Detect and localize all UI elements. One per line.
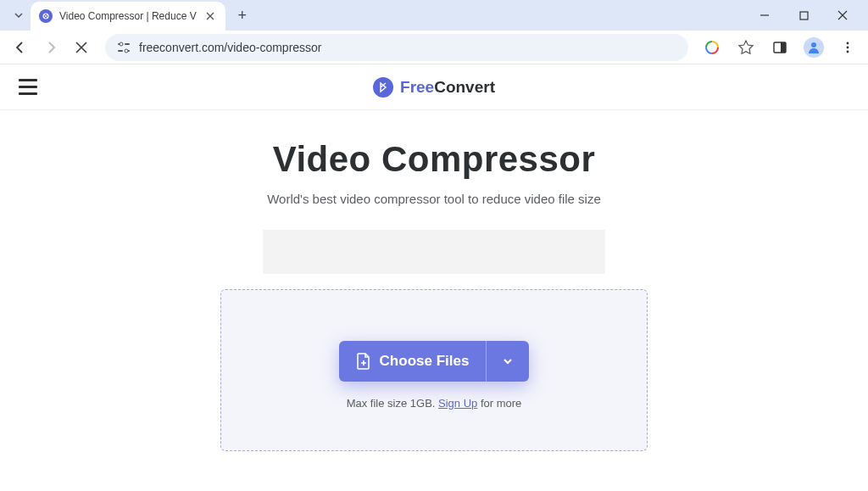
tab-title: Video Compressor | Reduce V [59,10,197,22]
star-icon [738,40,754,55]
close-icon [206,12,214,20]
arrow-left-icon [13,40,28,55]
tab-search-dropdown[interactable] [7,3,31,27]
minimize-button[interactable] [753,3,776,27]
hamburger-line [19,92,37,95]
choose-files-dropdown[interactable] [486,341,529,382]
back-button[interactable] [7,34,34,61]
browser-toolbar: freeconvert.com/video-compressor [0,31,868,64]
svg-point-6 [125,49,128,53]
kebab-icon [842,42,854,53]
profile-button[interactable] [800,34,827,61]
address-bar[interactable]: freeconvert.com/video-compressor [105,34,688,61]
close-icon [837,10,848,20]
arrow-right-icon [43,40,58,55]
panel-icon [773,41,787,54]
bookmark-button[interactable] [732,34,760,61]
minimize-icon [760,10,770,20]
toolbar-actions [698,34,861,61]
forward-button[interactable] [37,34,64,61]
site-logo[interactable]: FreeConvert [373,77,495,98]
chevron-down-icon [14,10,24,20]
side-panel-button[interactable] [766,34,793,61]
logo-text: FreeConvert [400,78,495,97]
menu-button[interactable] [834,34,861,61]
choose-files-label: Choose Files [380,353,470,370]
site-settings-icon[interactable] [117,41,131,54]
hamburger-line [19,86,37,88]
maximize-icon [799,11,809,20]
favicon-icon [39,9,53,23]
browser-tab[interactable]: Video Compressor | Reduce V [31,2,225,31]
url-text: freeconvert.com/video-compressor [139,41,322,54]
svg-point-15 [847,46,849,48]
page-subtitle: World's best video compressor tool to re… [0,192,868,206]
svg-point-16 [847,50,849,53]
stop-button[interactable] [68,34,95,61]
svg-rect-3 [118,50,123,52]
ad-placeholder [263,230,605,274]
chevron-down-icon [502,355,514,367]
signup-link[interactable]: Sign Up [438,397,477,410]
browser-chrome: Video Compressor | Reduce V + [0,0,868,64]
file-dropzone[interactable]: Choose Files Max file size 1GB. Sign Up … [220,289,648,451]
file-add-icon [356,353,371,370]
main-content: Video Compressor World's best video comp… [0,110,868,451]
new-tab-button[interactable]: + [231,3,254,27]
google-icon[interactable] [698,34,726,61]
hamburger-menu-button[interactable] [15,75,41,98]
close-window-button[interactable] [831,3,854,27]
svg-point-5 [120,42,123,46]
svg-rect-12 [781,42,786,53]
tab-strip: Video Compressor | Reduce V + [0,0,868,31]
site-header: FreeConvert [0,64,868,110]
svg-point-13 [811,42,816,47]
hamburger-line [19,79,37,81]
avatar-icon [804,37,824,58]
choose-files-group: Choose Files [339,341,530,382]
logo-badge-icon [373,77,393,98]
svg-point-14 [847,42,849,44]
window-controls [753,3,861,27]
svg-rect-0 [800,12,808,20]
maximize-button[interactable] [792,3,815,27]
choose-files-button[interactable]: Choose Files [339,341,487,382]
close-icon [75,42,87,53]
page-title: Video Compressor [0,139,868,180]
file-size-hint: Max file size 1GB. Sign Up for more [238,397,630,410]
tab-close-button[interactable] [203,9,217,23]
svg-rect-2 [125,43,130,45]
